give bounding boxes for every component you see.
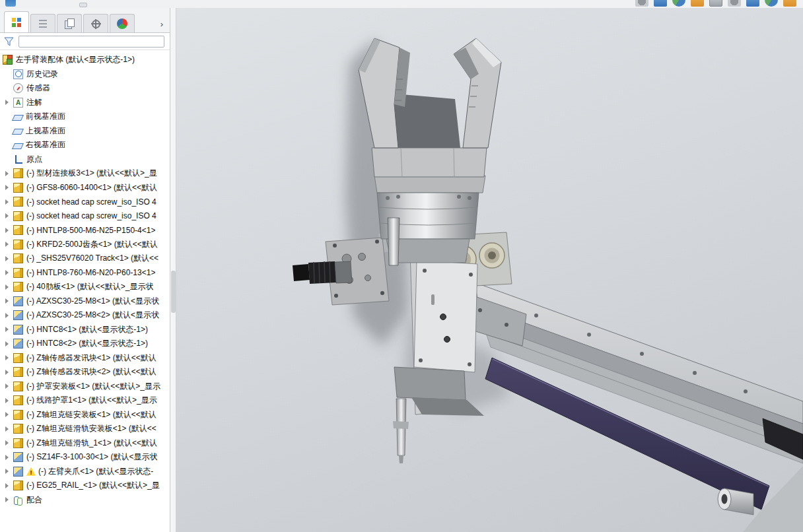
bracket-plate bbox=[414, 260, 477, 372]
tree-item[interactable]: 配合 bbox=[0, 493, 170, 508]
filter-funnel-icon[interactable] bbox=[4, 37, 15, 46]
expander-icon[interactable] bbox=[4, 355, 13, 360]
expander-icon[interactable] bbox=[4, 313, 13, 318]
tree-item[interactable]: 右视基准面 bbox=[0, 138, 170, 152]
tree-item[interactable]: 传感器 bbox=[0, 81, 170, 96]
expander-icon[interactable] bbox=[4, 412, 13, 417]
cropped-toolbar-icon[interactable] bbox=[691, 0, 704, 7]
panel-scrollbar[interactable] bbox=[170, 8, 176, 532]
expander-icon[interactable] bbox=[4, 497, 13, 502]
tree-item[interactable]: (-) SZ14F-3-100-30<1> (默认<显示状 bbox=[0, 450, 170, 465]
tree-item[interactable]: A注解 bbox=[0, 96, 170, 110]
expander-icon[interactable] bbox=[4, 327, 13, 332]
expander-icon[interactable] bbox=[4, 256, 13, 261]
manager-tabs: › bbox=[0, 8, 170, 33]
expander-icon[interactable] bbox=[4, 100, 13, 105]
history-icon bbox=[13, 69, 23, 79]
cropped-toolbar-icon[interactable] bbox=[765, 0, 778, 7]
cropped-toolbar-icon[interactable] bbox=[746, 0, 759, 7]
tree-item-label: (-) EG25_RAIL_<1> (默认<<默认>_显 bbox=[26, 480, 160, 491]
expander-icon[interactable] bbox=[4, 270, 13, 275]
cropped-toolbar-icon[interactable] bbox=[728, 0, 741, 7]
expander-icon[interactable] bbox=[4, 284, 13, 290]
tree-item[interactable]: (-) HNTC8<2> (默认<显示状态-1>) bbox=[0, 337, 170, 351]
tab-overflow-arrow[interactable]: › bbox=[157, 15, 167, 32]
tree-item[interactable]: (-) GFS8-6060-1400<1> (默认<<默认 bbox=[0, 181, 170, 195]
cropped-toolbar-icon[interactable] bbox=[783, 0, 796, 7]
tree-item[interactable]: (-) HNTLP8-500-M6-N25-P150-4<1> bbox=[0, 223, 170, 238]
expander-icon[interactable] bbox=[4, 171, 13, 176]
tree-item[interactable]: (-) 线路护罩1<1> (默认<<默认>_显示 bbox=[0, 393, 170, 408]
tree-item[interactable]: (-) KRFD2-500J齿条<1> (默认<<默认 bbox=[0, 238, 170, 252]
tab-displaymanager[interactable] bbox=[110, 14, 135, 32]
expander-icon[interactable] bbox=[4, 440, 13, 446]
tree-item[interactable]: (-) Z轴坦克链滑轨_1<1> (默认<<默认 bbox=[0, 436, 170, 451]
expander-icon[interactable] bbox=[4, 455, 13, 460]
expander-icon[interactable] bbox=[4, 298, 13, 304]
tree-item-label: 上视基准面 bbox=[26, 125, 65, 137]
tree-item[interactable]: (-) Z轴传感器发讯块<2> (默认<<默认 bbox=[0, 365, 170, 380]
cropped-app-icon[interactable] bbox=[5, 0, 16, 7]
tree-item[interactable]: 上视基准面 bbox=[0, 124, 170, 139]
part-icon bbox=[13, 481, 23, 490]
tree-item-label: (-) AZXSC30-25-M8<2> (默认<显示状 bbox=[26, 310, 159, 321]
tree-item[interactable]: 历史记录 bbox=[0, 67, 170, 82]
expander-icon[interactable] bbox=[4, 383, 13, 389]
tree-item[interactable]: (-) socket head cap screw_iso_ISO 4 bbox=[0, 195, 170, 209]
tree-item[interactable]: (-) _SHS25V76020 Track<1> (默认<< bbox=[0, 251, 170, 266]
expander-icon[interactable] bbox=[4, 199, 13, 205]
expander-icon[interactable] bbox=[4, 426, 13, 432]
filter-row bbox=[0, 33, 170, 50]
part-icon bbox=[13, 253, 23, 263]
tree-item[interactable]: (-) Z轴坦克链滑轨安装板<1> (默认<< bbox=[0, 422, 170, 436]
tree-item[interactable]: !(-) 左臂夹爪<1> (默认<显示状态- bbox=[0, 465, 170, 479]
tree-item[interactable]: 原点 bbox=[0, 152, 170, 167]
tree-item-label: (-) GFS8-6060-1400<1> (默认<<默认 bbox=[26, 182, 157, 193]
expander-icon[interactable] bbox=[4, 185, 13, 190]
panel-drag-handle[interactable] bbox=[79, 3, 87, 7]
tree-item-label: (-) Z轴坦克链安装板<1> (默认<<默认 bbox=[26, 409, 157, 420]
tab-featuremanager[interactable] bbox=[4, 11, 29, 32]
tree-item[interactable]: (-) HNTLP8-760-M6-N20-P60-13<1> bbox=[0, 266, 170, 281]
expander-icon[interactable] bbox=[4, 213, 13, 218]
cropped-toolbar-icon[interactable] bbox=[635, 0, 648, 7]
cropped-toolbar-icon[interactable] bbox=[654, 0, 667, 7]
tab-configurationmanager[interactable] bbox=[57, 14, 82, 32]
expander-icon[interactable] bbox=[4, 469, 13, 474]
cropped-toolbar-icon[interactable] bbox=[672, 0, 685, 7]
tree-item[interactable]: 左手臂装配体 (默认<显示状态-1>) bbox=[0, 53, 170, 67]
expander-icon bbox=[4, 156, 13, 162]
scrollbar-thumb[interactable] bbox=[171, 271, 176, 313]
cropped-toolbar-icon[interactable] bbox=[709, 0, 722, 7]
plane-icon bbox=[12, 115, 24, 121]
plane-icon bbox=[12, 143, 24, 149]
tab-propertymanager[interactable] bbox=[30, 14, 55, 32]
expander-icon[interactable] bbox=[4, 242, 13, 247]
expander-icon[interactable] bbox=[4, 341, 13, 347]
expander-icon[interactable] bbox=[4, 228, 13, 233]
tree-item[interactable]: (-) Z轴坦克链安装板<1> (默认<<默认 bbox=[0, 408, 170, 422]
tree-item[interactable]: (-) AZXSC30-25-M8<1> (默认<显示状 bbox=[0, 294, 170, 309]
tree-item[interactable]: (-) 护罩安装板<1> (默认<<默认>_显示 bbox=[0, 380, 170, 394]
tree-item[interactable]: (-) 40肋板<1> (默认<<默认>_显示状 bbox=[0, 280, 170, 294]
tree-item[interactable]: (-) socket head cap screw_iso_ISO 4 bbox=[0, 209, 170, 224]
tree-item-label: (-) Z轴坦克链滑轨安装板<1> (默认<< bbox=[26, 423, 157, 434]
viewport-3d[interactable] bbox=[176, 0, 803, 532]
tab-dimxpertmanager[interactable] bbox=[83, 14, 108, 32]
expander-icon bbox=[4, 143, 13, 148]
gripper-claw bbox=[359, 38, 501, 177]
tree-item[interactable]: (-) HNTC8<1> (默认<显示状态-1>) bbox=[0, 323, 170, 337]
tree-item[interactable]: (-) AZXSC30-25-M8<2> (默认<显示状 bbox=[0, 308, 170, 323]
tree-item-label: (-) 型材连接板3<1> (默认<<默认>_显 bbox=[26, 168, 157, 179]
part-icon bbox=[13, 225, 23, 235]
tree-item[interactable]: 前视基准面 bbox=[0, 110, 170, 124]
3d-model-left-arm-assembly[interactable] bbox=[176, 0, 803, 532]
tree-item-label: (-) _SHS25V76020 Track<1> (默认<< bbox=[26, 253, 158, 264]
expander-icon[interactable] bbox=[4, 483, 13, 488]
filter-input[interactable] bbox=[18, 36, 164, 48]
tree-item[interactable]: (-) EG25_RAIL_<1> (默认<<默认>_显 bbox=[0, 479, 170, 493]
tree-item[interactable]: (-) 型材连接板3<1> (默认<<默认>_显 bbox=[0, 166, 170, 181]
expander-icon[interactable] bbox=[4, 398, 13, 403]
tree-item[interactable]: (-) Z轴传感器发讯块<1> (默认<<默认 bbox=[0, 351, 170, 366]
expander-icon[interactable] bbox=[4, 370, 13, 375]
